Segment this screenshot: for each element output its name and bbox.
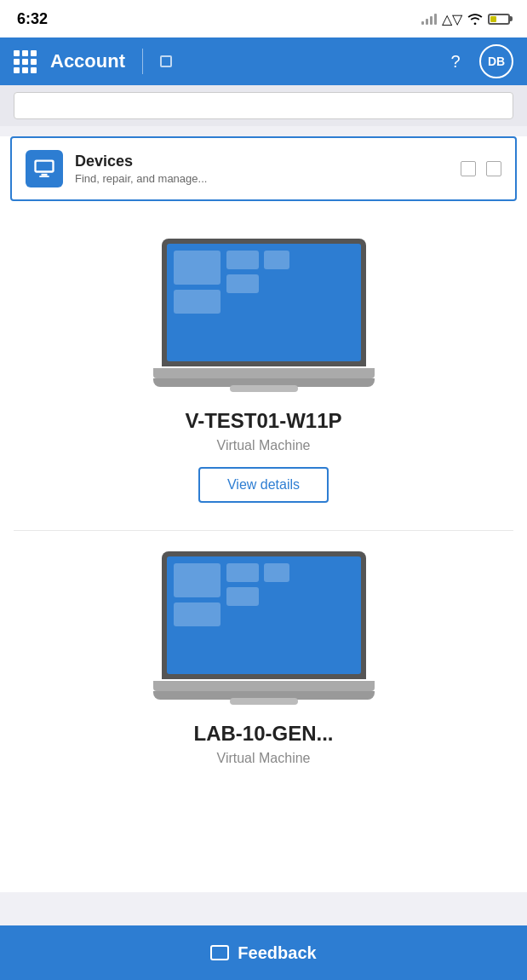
device-card-2: LAB-10-GEN... Virtual Machine — [14, 531, 513, 807]
feedback-label: Feedback — [238, 943, 316, 963]
main-content: Devices Find, repair, and manage... — [0, 136, 527, 892]
wifi-icon: △▽ — [442, 11, 462, 27]
nav-divider — [142, 49, 143, 74]
status-icons: △▽ — [421, 11, 510, 27]
device-card-1: V-TEST01-W11P Virtual Machine View detai… — [14, 218, 513, 531]
devices-subtitle: Find, repair, and manage... — [75, 172, 207, 185]
nav-bar: Account ? DB — [0, 37, 527, 85]
laptop-illustration-1 — [153, 239, 375, 392]
feedback-icon — [210, 945, 229, 960]
signal-icon — [421, 13, 437, 25]
laptop-illustration-2 — [153, 551, 375, 705]
search-area — [0, 85, 527, 126]
help-button[interactable]: ? — [442, 48, 469, 75]
device-name-2: LAB-10-GEN... — [193, 722, 333, 746]
device-name-1: V-TEST01-W11P — [185, 409, 341, 433]
svg-rect-2 — [42, 174, 48, 176]
header-checkboxes — [461, 161, 501, 176]
search-input[interactable] — [23, 99, 504, 112]
devices-list: V-TEST01-W11P Virtual Machine View detai… — [0, 201, 527, 824]
nav-square-icon[interactable] — [160, 55, 172, 67]
status-bar: 6:32 △▽ — [0, 0, 527, 37]
header-checkbox-2[interactable] — [486, 161, 501, 176]
svg-rect-3 — [39, 176, 49, 177]
nav-title: Account — [50, 50, 125, 72]
view-details-button-1[interactable]: View details — [198, 467, 329, 503]
devices-icon-container — [26, 150, 63, 187]
devices-header-card: Devices Find, repair, and manage... — [10, 136, 517, 201]
battery-icon — [488, 14, 510, 25]
wifi-icon — [467, 13, 483, 25]
devices-text: Devices Find, repair, and manage... — [75, 153, 207, 185]
feedback-bar[interactable]: Feedback — [0, 925, 527, 980]
grid-menu-icon[interactable] — [14, 50, 37, 73]
monitor-icon — [32, 157, 56, 181]
user-avatar[interactable]: DB — [479, 44, 513, 78]
status-time: 6:32 — [17, 10, 48, 28]
header-checkbox-1[interactable] — [461, 161, 476, 176]
svg-rect-1 — [37, 162, 53, 171]
search-bar[interactable] — [14, 92, 513, 119]
devices-title: Devices — [75, 153, 207, 170]
device-type-1: Virtual Machine — [217, 438, 311, 453]
device-type-2: Virtual Machine — [217, 751, 311, 766]
